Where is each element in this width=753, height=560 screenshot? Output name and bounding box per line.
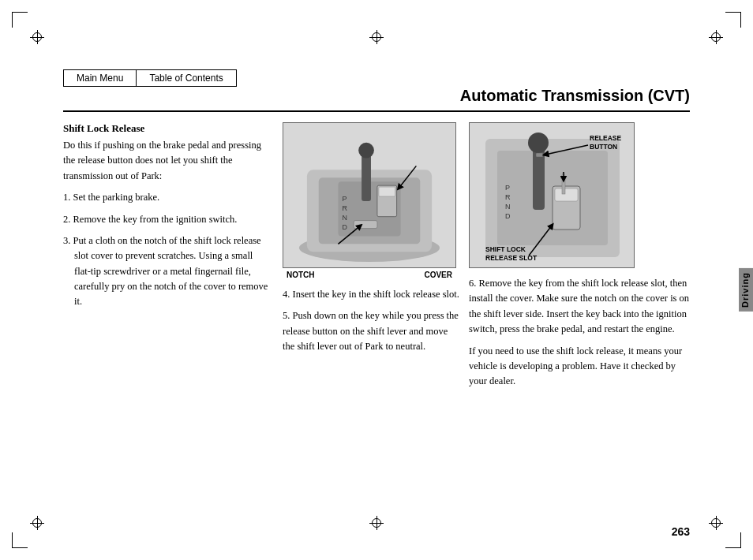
svg-text:N: N <box>342 214 347 222</box>
svg-text:P: P <box>505 184 510 192</box>
svg-text:D: D <box>342 223 347 231</box>
reg-mark-tr <box>709 30 723 44</box>
diagram-right-svg: RELEASE BUTTON P R N D SHIFT LOCK RELEAS… <box>470 123 635 268</box>
svg-text:D: D <box>505 212 511 220</box>
svg-text:P: P <box>342 195 347 203</box>
right-column: RELEASE BUTTON P R N D SHIFT LOCK RELEAS… <box>466 122 690 513</box>
svg-text:RELEASE: RELEASE <box>590 134 621 142</box>
advisory-text: If you need to use the shift lock releas… <box>469 344 690 390</box>
corner-mark-br <box>725 532 741 548</box>
intro-text: Do this if pushing on the brake pedal an… <box>63 138 268 184</box>
step-1-num: 1. <box>63 192 73 203</box>
diagram-right: RELEASE BUTTON P R N D SHIFT LOCK RELEAS… <box>469 122 635 268</box>
svg-text:R: R <box>505 193 511 201</box>
svg-point-6 <box>358 143 374 159</box>
step-3-num: 3. <box>63 235 73 246</box>
main-menu-button[interactable]: Main Menu <box>63 69 136 87</box>
page-number: 263 <box>672 525 690 538</box>
reg-mark-bc <box>369 516 384 530</box>
left-column: Shift Lock Release Do this if pushing on… <box>63 122 276 513</box>
step-3: 3. Put a cloth on the notch of the shift… <box>63 233 268 310</box>
main-content: Shift Lock Release Do this if pushing on… <box>63 122 690 513</box>
driving-tab: Driving <box>739 268 753 312</box>
steps-4-5: 4. Insert the key in the shift lock rele… <box>283 287 459 361</box>
svg-rect-5 <box>362 155 371 201</box>
step-2: 2. Remove the key from the ignition swit… <box>63 212 268 227</box>
steps-6-advisory: 6. Remove the key from the shift lock re… <box>469 276 690 396</box>
reg-mark-tl <box>30 30 44 44</box>
label-cover: COVER <box>424 271 452 279</box>
svg-rect-8 <box>379 187 395 196</box>
steps-list-1-3: 1. Set the parking brake. 2. Remove the … <box>63 190 268 310</box>
svg-point-20 <box>528 133 549 153</box>
table-of-contents-button[interactable]: Table of Contents <box>136 69 236 87</box>
svg-text:N: N <box>505 203 511 211</box>
page-title: Automatic Transmission (CVT) <box>460 87 690 105</box>
step-2-num: 2. <box>63 214 73 225</box>
step-2-text: Remove the key from the ignition switch. <box>73 214 238 225</box>
svg-text:BUTTON: BUTTON <box>590 143 617 151</box>
label-notch: NOTCH <box>287 271 315 279</box>
section-title: Shift Lock Release <box>63 122 268 135</box>
diagram-left-labels: NOTCH COVER <box>283 268 456 279</box>
svg-rect-21 <box>536 153 543 157</box>
diagram-left: P R N D <box>283 122 456 268</box>
reg-mark-bl <box>30 516 44 530</box>
step-5: 5. Push down on the key while you press … <box>283 308 459 354</box>
svg-rect-26 <box>555 189 578 201</box>
svg-rect-27 <box>562 178 565 194</box>
corner-mark-bl <box>12 532 28 548</box>
corner-mark-tl <box>12 12 28 28</box>
nav-bar: Main Menu Table of Contents <box>63 69 237 87</box>
step-1: 1. Set the parking brake. <box>63 190 268 205</box>
svg-text:R: R <box>342 204 347 212</box>
step-3-text: Put a cloth on the notch of the shift lo… <box>73 235 268 308</box>
step-6: 6. Remove the key from the shift lock re… <box>469 276 690 338</box>
svg-rect-10 <box>354 221 377 229</box>
reg-mark-br <box>709 516 723 530</box>
diagram-left-svg: P R N D <box>283 123 455 267</box>
title-rule <box>63 110 690 112</box>
reg-mark-tc <box>369 30 384 44</box>
step-1-text: Set the parking brake. <box>73 192 160 203</box>
middle-column: P R N D NOTCH COVER 4. Insert the key in… <box>276 122 466 513</box>
svg-text:SHIFT LOCK: SHIFT LOCK <box>485 245 526 253</box>
step-4: 4. Insert the key in the shift lock rele… <box>283 287 459 302</box>
corner-mark-tr <box>725 12 741 28</box>
